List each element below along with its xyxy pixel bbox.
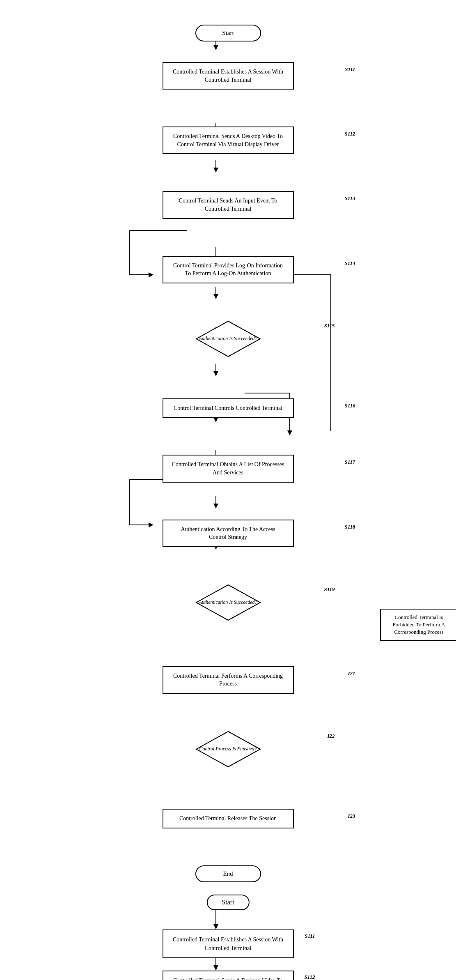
i22-label: I22 — [327, 733, 335, 739]
i23-label: I23 — [348, 813, 355, 819]
s116-text: Control Terminal Controls Controlled Ter… — [174, 405, 282, 411]
s117-wrapper: Controlled Terminal Obtains A List Of Pr… — [89, 455, 368, 482]
s115-wrapper: Authentication Is Succeeded? S115 — [89, 320, 368, 357]
s113-text: Control Terminal Sends An Input Event To… — [179, 198, 277, 212]
start-text: Start — [222, 899, 234, 906]
s112-box-inner: Controlled Terminal Sends A Desktop Vide… — [163, 971, 294, 980]
s111-wrapper: Controlled Terminal Establishes A Sessio… — [89, 62, 368, 90]
i23-box: Controlled Terminal Releases The Session — [163, 809, 294, 828]
s118-label: S118 — [344, 524, 355, 530]
s118-text: Authentication According To The Access C… — [181, 526, 275, 541]
i23-text: Controlled Terminal Releases The Session — [179, 815, 277, 821]
s111-box-inner: Controlled Terminal Establishes A Sessio… — [163, 929, 294, 958]
s117-text: Controlled Terminal Obtains A List Of Pr… — [172, 461, 284, 476]
s118-box: Authentication According To The Access C… — [163, 520, 294, 547]
s119-label: S119 — [324, 586, 335, 593]
s115-diamond: Authentication Is Succeeded? — [195, 320, 261, 357]
s116-wrapper: Control Terminal Controls Controlled Ter… — [89, 398, 368, 418]
s119-wrapper: Authentication Is Succeeded? S119 Contro… — [89, 584, 368, 621]
i21-label: I21 — [348, 670, 355, 677]
end-node: End — [89, 865, 368, 882]
s111-label: S111 — [345, 66, 355, 73]
s111-content: Controlled Terminal Establishes A Sessio… — [173, 936, 283, 951]
start-oval: Start — [206, 895, 249, 910]
s114-label: S114 — [344, 260, 355, 267]
s113-wrapper: Control Terminal Sends An Input Event To… — [89, 191, 368, 219]
s116-label: S116 — [344, 403, 355, 409]
diagram-container: Start Controlled Terminal Establishes A … — [85, 8, 372, 890]
s111-box: Controlled Terminal Establishes A Sessio… — [163, 62, 294, 90]
full-diagram: Yes No Yes No Yes No Start Controlled Te… — [89, 890, 368, 980]
s114-box: Control Terminal Provides Log-On Informa… — [163, 256, 294, 283]
start-shape: Start — [195, 25, 261, 41]
s111-step-label: S111 — [305, 933, 315, 939]
s116-box: Control Terminal Controls Controlled Ter… — [163, 398, 294, 418]
s111-text: Controlled Terminal Establishes A Sessio… — [173, 69, 283, 83]
s117-box: Controlled Terminal Obtains A List Of Pr… — [163, 455, 294, 482]
s112-box: Controlled Terminal Sends A Desktop Vide… — [163, 127, 294, 154]
s114-text: Control Terminal Provides Log-On Informa… — [173, 262, 283, 277]
s112-text: Controlled Terminal Sends A Desktop Vide… — [173, 133, 283, 147]
s113-box: Control Terminal Sends An Input Event To… — [163, 191, 294, 219]
i21-box: Controlled Terminal Performs A Correspon… — [163, 666, 294, 694]
s112-content: Controlled Terminal Sends A Desktop Vide… — [173, 978, 283, 980]
s117-label: S117 — [344, 459, 355, 465]
end-shape: End — [195, 865, 261, 882]
end-label: End — [223, 870, 233, 877]
i21-text: Controlled Terminal Performs A Correspon… — [173, 673, 283, 687]
s115-diamond-text: Authentication Is Succeeded? — [199, 336, 257, 342]
i23-wrapper: Controlled Terminal Releases The Session… — [89, 809, 368, 828]
start-node: Start — [89, 25, 368, 41]
i22-diamond: Control Process Is Finished? — [195, 731, 261, 768]
i21-wrapper: Controlled Terminal Performs A Correspon… — [89, 666, 368, 694]
start-label-div: Start — [206, 895, 249, 910]
s113-label: S113 — [344, 195, 355, 202]
s112-wrapper: Controlled Terminal Sends A Desktop Vide… — [89, 127, 368, 154]
s119-diamond-text: Authentication Is Succeeded? — [199, 599, 257, 606]
start-label: Start — [222, 30, 234, 36]
s114-wrapper: Control Terminal Provides Log-On Informa… — [89, 256, 368, 283]
s112-box-abs: Controlled Terminal Sends A Desktop Vide… — [163, 971, 294, 980]
s112-label: S112 — [344, 131, 355, 137]
i22-wrapper: Control Process Is Finished? I22 — [89, 731, 368, 768]
i22-diamond-text: Control Process Is Finished? — [199, 746, 257, 752]
s119-diamond: Authentication Is Succeeded? — [195, 584, 261, 621]
s118-wrapper: Authentication According To The Access C… — [89, 520, 368, 547]
s111-box-abs: Controlled Terminal Establishes A Sessio… — [163, 929, 294, 958]
s115-label: S115 — [324, 322, 335, 329]
s120-text: Controlled Terminal Is Forbidden To Perf… — [393, 614, 445, 635]
s120-box: Controlled Terminal Is Forbidden To Perf… — [380, 609, 456, 641]
s112-step-label: S112 — [304, 974, 315, 980]
